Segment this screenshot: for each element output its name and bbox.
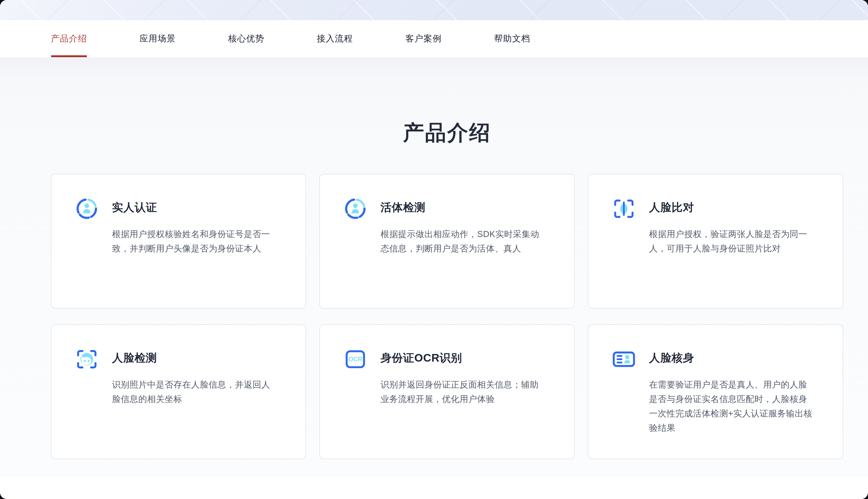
card-face-compare: 人脸比对 根据用户授权，验证两张人脸是否为同一人，可用于人脸与身份证照片比对 <box>588 174 843 309</box>
tab-help-docs[interactable]: 帮助文档 <box>494 20 530 57</box>
navbar: 产品介绍 应用场景 核心优势 接入流程 客户案例 帮助文档 <box>0 20 868 58</box>
card-title: 人脸核身 <box>649 352 694 364</box>
card-title: 人脸比对 <box>649 201 694 214</box>
card-title: 身份证OCR识别 <box>380 352 462 364</box>
card-liveness-detection: 活体检测 根据提示做出相应动作，SDK实时采集动态信息，判断用户是否为活体、真人 <box>319 174 575 309</box>
tab-label: 客户案例 <box>405 33 442 45</box>
tab-product-intro[interactable]: 产品介绍 <box>51 20 87 57</box>
nav-items: 产品介绍 应用场景 核心优势 接入流程 客户案例 帮助文档 <box>51 20 868 57</box>
tab-label: 应用场景 <box>139 33 176 45</box>
footer-blank-band <box>0 477 868 499</box>
card-title: 活体检测 <box>380 201 426 214</box>
page-title: 产品介绍 <box>51 121 843 144</box>
card-description: 根据用户授权核验姓名和身份证号是否一致，并判断用户头像是否为身份证本人 <box>112 227 278 256</box>
tab-label: 产品介绍 <box>51 33 87 45</box>
card-face-detect: 人脸检测 识别照片中是否存在人脸信息，并返回人脸信息的相关坐标 <box>51 324 306 459</box>
ocr-badge-icon: OCR <box>343 347 367 371</box>
card-title: 实人认证 <box>112 201 157 214</box>
page: 产品介绍 应用场景 核心优势 接入流程 客户案例 帮助文档 产品介绍 <box>0 0 868 499</box>
face-compare-icon <box>612 197 636 221</box>
person-scan-circle-icon <box>75 197 99 221</box>
top-decorative-band <box>0 0 868 20</box>
face-detect-icon <box>75 347 99 371</box>
product-intro-section: 产品介绍 实人认证 根据用户授权核验姓名和身份证号是否一致，并判断用户头像是否为… <box>0 58 868 477</box>
tab-label: 帮助文档 <box>494 33 530 45</box>
card-real-person-auth: 实人认证 根据用户授权核验姓名和身份证号是否一致，并判断用户头像是否为身份证本人 <box>51 174 306 309</box>
product-cards-grid: 实人认证 根据用户授权核验姓名和身份证号是否一致，并判断用户头像是否为身份证本人… <box>51 174 843 459</box>
card-description: 根据用户授权，验证两张人脸是否为同一人，可用于人脸与身份证照片比对 <box>649 227 815 256</box>
tab-core-advantages[interactable]: 核心优势 <box>228 20 264 57</box>
tab-use-cases[interactable]: 应用场景 <box>139 20 176 57</box>
card-description: 识别照片中是否存在人脸信息，并返回人脸信息的相关坐标 <box>112 377 278 406</box>
card-face-verification: 人脸核身 在需要验证用户是否是真人、用户的人脸是否与身份证实名信息匹配时，人脸核… <box>588 324 843 459</box>
card-description: 根据提示做出相应动作，SDK实时采集动态信息，判断用户是否为活体、真人 <box>380 227 546 256</box>
card-idcard-ocr: OCR 身份证OCR识别 识别并返回身份证正反面相关信息；辅助业务流程开展，优化… <box>319 324 575 459</box>
active-tab-underline <box>51 55 87 57</box>
tab-label: 核心优势 <box>228 33 264 45</box>
person-scan-circle-icon <box>343 197 367 221</box>
card-title: 人脸检测 <box>112 352 157 364</box>
card-description: 识别并返回身份证正反面相关信息；辅助业务流程开展，优化用户体验 <box>380 377 546 406</box>
tab-customer-cases[interactable]: 客户案例 <box>405 20 442 57</box>
tab-label: 接入流程 <box>317 33 353 45</box>
ocr-icon-text: OCR <box>348 355 362 363</box>
id-card-person-icon <box>612 347 636 371</box>
card-description: 在需要验证用户是否是真人、用户的人脸是否与身份证实名信息匹配时，人脸核身一次性完… <box>649 377 815 435</box>
tab-integration-flow[interactable]: 接入流程 <box>317 20 353 57</box>
